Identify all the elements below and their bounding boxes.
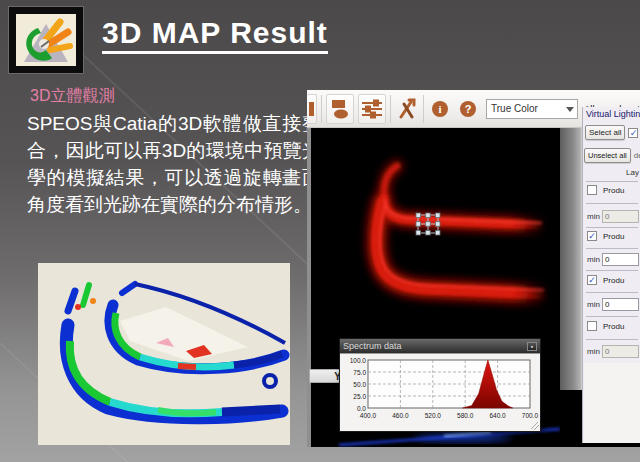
panel-title: Virtual Lighting	[583, 107, 640, 121]
select-all-button[interactable]: Select all	[585, 125, 625, 140]
close-icon[interactable]: ▪	[527, 342, 537, 351]
resize-grip[interactable]	[531, 422, 539, 430]
selection-gizmo[interactable]	[416, 213, 440, 235]
svg-text:460.0: 460.0	[392, 412, 409, 419]
page-title: 3D MAP Result	[102, 16, 328, 54]
svg-text:50.0: 50.0	[353, 381, 366, 388]
display-mode-dropdown[interactable]: True Color	[486, 99, 578, 119]
product-label: Produ	[603, 186, 624, 195]
svg-text:25.0: 25.0	[353, 393, 366, 400]
speos-3d-view-window: i ? True Color All wavelengt	[307, 90, 640, 447]
speos-arrows-logo-icon	[16, 14, 76, 66]
svg-text:580.0: 580.0	[457, 412, 474, 419]
speos-logo	[8, 6, 84, 74]
min-input[interactable]: 0	[602, 345, 639, 358]
tools-icon[interactable]	[395, 94, 419, 124]
product-checkbox[interactable]: ✓	[587, 231, 597, 241]
display-mode-value: True Color	[491, 103, 538, 114]
de-label: de	[634, 151, 640, 160]
toolbar-separator	[321, 95, 322, 123]
min-input[interactable]: 0	[602, 253, 639, 266]
panel-empty-area	[584, 363, 640, 443]
svg-text:?: ?	[465, 103, 472, 115]
header-checkbox[interactable]: ✓	[628, 128, 638, 138]
spectrum-chart: 0.025.050.075.0100.0400.0460.0520.0580.0…	[340, 353, 540, 431]
min-input[interactable]: 0	[602, 210, 639, 223]
svg-text:75.0: 75.0	[353, 369, 366, 376]
product-label: Produ	[603, 322, 624, 331]
slide: 3D MAP Result 3D立體觀測 SPEOS與Catia的3D軟體做直接…	[0, 0, 640, 462]
svg-text:700.0: 700.0	[522, 412, 539, 419]
tail-lamp-glow	[377, 166, 548, 295]
partial-button[interactable]	[307, 94, 317, 124]
product-checkbox[interactable]	[587, 185, 597, 195]
toolbar-separator	[423, 95, 424, 123]
product-label: Produ	[603, 232, 624, 241]
spectrum-window-title: Spectrum data	[343, 341, 402, 351]
info-icon[interactable]: i	[428, 94, 452, 124]
virtual-lighting-panel: Virtual Lighting Select all ✓ Unselect a…	[582, 107, 640, 443]
svg-text:640.0: 640.0	[489, 412, 506, 419]
svg-text:520.0: 520.0	[425, 412, 442, 419]
section-subtitle: 3D立體觀測	[30, 86, 114, 107]
lightguide-falsecolor-image	[38, 263, 290, 445]
svg-text:i: i	[438, 103, 441, 115]
min-input[interactable]: 0	[602, 298, 639, 311]
svg-text:400.0: 400.0	[360, 412, 377, 419]
help-icon[interactable]: ?	[456, 94, 480, 124]
layer-column-label: Lay	[626, 168, 639, 177]
min-label: min	[587, 212, 600, 221]
svg-text:0.0: 0.0	[357, 405, 366, 412]
toolbar-separator	[390, 95, 391, 123]
min-label: min	[587, 347, 600, 356]
product-label: Produ	[603, 276, 624, 285]
body-paragraph: SPEOS與Catia的3D軟體做直接整合，因此可以再3D的環境中預覽光學的模擬…	[27, 110, 321, 218]
min-label: min	[587, 255, 600, 264]
unselect-all-button[interactable]: Unselect all	[584, 148, 631, 163]
sliders-icon[interactable]	[358, 94, 386, 124]
min-label: min	[587, 300, 600, 309]
spectrum-titlebar[interactable]: Spectrum data ▪	[340, 339, 540, 353]
svg-text:100.0: 100.0	[350, 357, 367, 364]
chevron-down-icon	[566, 107, 574, 112]
product-checkbox[interactable]	[587, 321, 597, 331]
viewport-panel-gap	[560, 128, 582, 390]
shapes-icon[interactable]	[326, 94, 354, 124]
product-checkbox[interactable]: ✓	[587, 275, 597, 285]
spectrum-data-window[interactable]: Spectrum data ▪ 0.025.050.075.0100.0400.…	[339, 338, 541, 432]
